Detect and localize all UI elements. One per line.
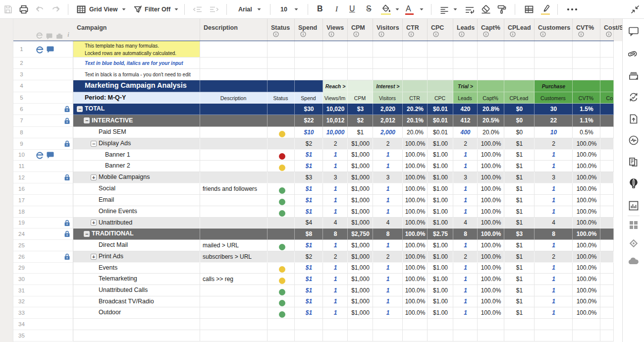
svg-text:i: i [67, 32, 69, 38]
